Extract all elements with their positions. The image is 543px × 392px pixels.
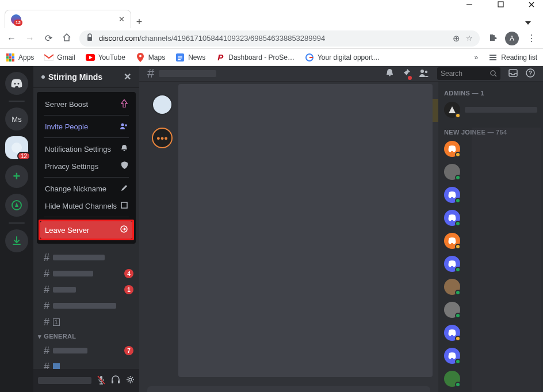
member-names-redacted	[472, 128, 541, 392]
chevron-down-icon: ▾	[38, 333, 41, 340]
bookmark-pinterest[interactable]: P Dashboard - ProSe…	[216, 53, 295, 62]
bookmark-label: News	[188, 53, 205, 62]
zoom-icon[interactable]: ⊕	[453, 33, 460, 44]
bookmarks-overflow[interactable]: »	[475, 53, 479, 62]
apps-grid-icon	[6, 53, 15, 62]
chat-header: # Search ?	[139, 66, 543, 82]
channel-name-redacted	[53, 348, 87, 353]
chat-body: ●●● You do not have permission to send m…	[139, 82, 543, 392]
menu-leave-server[interactable]: Leave Server	[40, 221, 132, 239]
back-button[interactable]: ←	[6, 33, 17, 44]
bookmark-gmail[interactable]: Gmail	[44, 53, 75, 62]
channel-badge: 4	[124, 269, 133, 278]
home-button[interactable]	[61, 33, 72, 44]
bookmark-news[interactable]: News	[175, 53, 205, 62]
channel-category[interactable]: ▾GENERAL	[33, 330, 139, 343]
shield-icon	[121, 162, 128, 171]
svg-rect-11	[12, 56, 14, 59]
menu-server-boost[interactable]: Server Boost	[40, 95, 132, 113]
download-apps-button[interactable]	[5, 229, 28, 252]
channel-name-redacted	[53, 287, 76, 293]
home-icon	[62, 33, 71, 42]
channel-item[interactable]: #	[33, 249, 139, 266]
channel-item[interactable]: #1	[33, 282, 139, 298]
bookmark-youtube[interactable]: YouTube	[86, 53, 125, 62]
channel-sidebar: Stirring Minds ✕ Server Boost Invite Peo…	[33, 66, 139, 392]
browser-menu-button[interactable]: ⋮	[526, 33, 537, 44]
message-avatar[interactable]	[152, 94, 173, 115]
explore-servers-button[interactable]	[5, 194, 28, 217]
apps-label: Apps	[18, 53, 34, 62]
menu-change-nickname[interactable]: Change Nickname	[40, 180, 132, 197]
message-avatar[interactable]: ●●●	[152, 128, 173, 148]
server-header[interactable]: Stirring Minds ✕	[33, 66, 139, 88]
extensions-button[interactable]	[487, 33, 498, 44]
guild-ms[interactable]: Ms	[5, 107, 28, 130]
svg-rect-8	[12, 53, 14, 56]
bookmark-label: Gmail	[57, 53, 75, 62]
news-icon	[175, 53, 185, 62]
channel-item[interactable]: #	[33, 359, 139, 369]
menu-privacy-settings[interactable]: Privacy Settings	[40, 157, 132, 175]
window-maximize[interactable]	[492, 0, 508, 10]
new-tab-button[interactable]: +	[131, 16, 147, 28]
maximize-icon	[498, 1, 504, 7]
channel-item[interactable]: #4	[33, 266, 139, 282]
channel-item[interactable]: #7	[33, 343, 139, 359]
guild-stirring-minds[interactable]: 12	[5, 136, 28, 159]
member-row[interactable]	[444, 100, 537, 120]
member-avatar	[444, 325, 460, 341]
browser-toolbar: ← → ⟳ discord.com/channels/4196171058441…	[0, 28, 543, 49]
address-bar[interactable]: discord.com/channels/419617105844109323/…	[79, 30, 480, 47]
help-button[interactable]: ?	[526, 68, 535, 79]
svg-point-37	[129, 378, 132, 381]
chat-main: # Search ? ●●●	[139, 66, 543, 392]
svg-rect-13	[9, 59, 12, 62]
browser-tab[interactable]: 12 ✕	[5, 10, 131, 28]
channel-badge: 1	[124, 285, 133, 294]
tab-overflow-icon[interactable]	[518, 20, 538, 28]
tab-close-button[interactable]: ✕	[118, 15, 125, 24]
menu-invite-people[interactable]: Invite People	[40, 118, 132, 135]
menu-hide-muted[interactable]: Hide Muted Channels	[40, 197, 132, 214]
reading-list-button[interactable]: Reading list	[488, 53, 537, 62]
mute-mic-button[interactable]	[97, 375, 105, 386]
status-idle-icon	[455, 244, 461, 249]
leave-server-highlight: Leave Server	[39, 220, 134, 240]
reload-button[interactable]: ⟳	[43, 33, 54, 44]
member-avatar	[444, 164, 460, 180]
channel-item[interactable]: #1	[33, 314, 139, 330]
channel-title-redacted	[159, 70, 216, 77]
discord-home-button[interactable]	[5, 72, 28, 95]
window-close[interactable]	[523, 0, 540, 10]
deafen-button[interactable]	[111, 375, 120, 386]
hash-icon: #	[44, 268, 49, 280]
youtube-icon	[86, 53, 95, 62]
server-context-menu: Server Boost Invite People Notification …	[37, 92, 136, 244]
apps-shortcut[interactable]: Apps	[6, 53, 34, 62]
google-icon	[305, 53, 314, 62]
bookmark-google[interactable]: Your digital opport…	[305, 53, 380, 62]
forward-button: →	[24, 33, 36, 44]
bookmark-star-icon[interactable]: ☆	[466, 34, 473, 43]
search-input[interactable]: Search	[437, 67, 500, 80]
channel-item[interactable]: #	[33, 298, 139, 314]
inbox-button[interactable]	[508, 69, 518, 79]
svg-text:?: ?	[529, 70, 532, 76]
add-server-button[interactable]: +	[5, 165, 28, 188]
window-minimize[interactable]	[461, 0, 477, 10]
svg-rect-5	[87, 37, 92, 41]
menu-divider	[44, 177, 129, 178]
member-avatar	[444, 141, 460, 157]
user-settings-button[interactable]	[126, 375, 135, 386]
profile-avatar[interactable]: A	[505, 32, 519, 45]
bookmark-maps[interactable]: Maps	[136, 53, 165, 62]
reading-list-icon	[488, 53, 498, 62]
notifications-button[interactable]	[385, 68, 394, 79]
channel-badge: 7	[124, 346, 133, 355]
search-placeholder: Search	[441, 70, 462, 78]
server-menu-close-icon[interactable]: ✕	[124, 71, 131, 82]
pinned-messages-button[interactable]	[402, 68, 411, 79]
menu-notification-settings[interactable]: Notification Settings	[40, 140, 132, 157]
member-list-button[interactable]	[419, 69, 429, 79]
